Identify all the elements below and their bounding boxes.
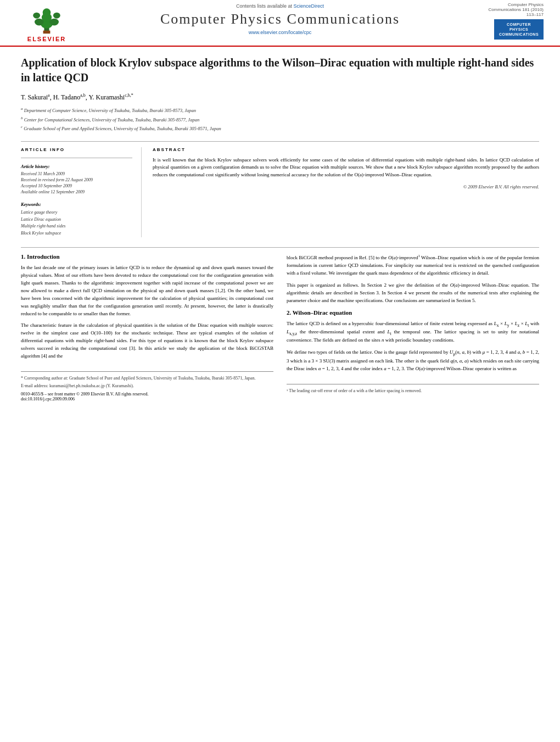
header-right: Computer Physics Communications 181 (201… [483,0,544,40]
keyword-2: Multiple right-hand sides [21,223,132,230]
cpc-logo-text: COMPUTER PHYSICSCOMMUNICATIONS [499,23,539,36]
top-divider [21,141,539,142]
col-right: block BiCGGR method proposed in Ref. [5]… [287,253,539,401]
abstract-title: ABSTRACT [153,147,539,152]
article-info: ARTICLE INFO Article history: Received 3… [21,147,142,237]
history-item-3: Available online 12 September 2009 [21,189,132,194]
affiliation-b: b Center for Computational Sciences, Uni… [21,115,539,124]
section1-para0: In the last decade one of the primary is… [21,264,273,318]
footnote-email: E-mail address: kuramasi@het.ph.tsukuba.… [21,383,273,389]
header-left: ELSEVIER [16,0,77,42]
section2-para0: The lattice QCD is defined on a hypercub… [287,320,539,345]
main-content: Application of block Krylov subspace alg… [0,47,560,412]
keyword-1: Lattice Dirac equation [21,216,132,224]
section2-heading: 2. Wilson–Dirac equation [287,309,539,316]
elsevier-text: ELSEVIER [27,36,66,42]
abstract-section: ABSTRACT It is well known that the block… [153,147,539,237]
keyword-0: Lattice gauge theory [21,209,132,216]
elsevier-tree-icon [27,4,66,35]
keywords-title: Keywords: [21,202,132,207]
sciencedirect-link[interactable]: ScienceDirect [294,3,324,9]
svg-point-5 [50,19,59,26]
section2-para1: We define two types of fields on the lat… [287,349,539,372]
keywords-list: Lattice gauge theory Lattice Dirac equat… [21,209,132,237]
svg-point-4 [35,19,44,26]
article-title: Application of block Krylov subspace alg… [21,55,539,85]
info-divider [21,158,132,158]
svg-point-3 [43,8,51,16]
elsevier-logo: ELSEVIER [16,4,77,42]
journal-issue: Computer Physics Communications 181 (201… [483,2,544,17]
section1-heading: 1. Introduction [21,253,273,260]
journal-url: www.elsevier.com/locate/cpc [88,30,472,35]
svg-point-6 [33,13,40,19]
affiliations: a Department of Computer Science, Univer… [21,106,539,132]
footnote-1: ¹ The leading cut-off error of order of … [287,388,539,394]
affiliation-c: c Graduate School of Pure and Applied Sc… [21,124,539,132]
authors: T. Sakuraia, H. Tadanoa,b, Y. Kuramashic… [21,93,539,102]
body-divider [21,247,539,248]
history-item-0: Received 31 March 2009 [21,171,132,176]
section1-right-para0: block BiCGGR method proposed in Ref. [5]… [287,253,539,277]
svg-rect-8 [43,31,51,34]
doi-line: 0010-4655/$ – see front matter © 2009 El… [21,392,273,401]
sciencedirect-line: Contents lists available at ScienceDirec… [88,3,472,9]
history-item-1: Received in revised form 22 August 2009 [21,177,132,182]
footnote-area: * Corresponding author at: Graduate Scho… [21,371,273,401]
keyword-3: Block Krylov subspace [21,230,132,237]
history-title: Article history: [21,164,132,169]
journal-title: Computer Physics Communications [88,11,472,27]
svg-point-7 [53,13,60,19]
section1-right-para1: This paper is organized as follows. In S… [287,282,539,305]
section1-para1: The characteristic feature in the calcul… [21,322,273,360]
footnote-corresponding: * Corresponding author at: Graduate Scho… [21,375,273,381]
footnote-area-right: ¹ The leading cut-off error of order of … [287,384,539,394]
abstract-text: It is well known that the block Krylov s… [153,157,539,179]
affiliation-a: a Department of Computer Science, Univer… [21,106,539,114]
page-wrapper: ELSEVIER Contents lists available at Sci… [0,0,560,742]
body-columns: 1. Introduction In the last decade one o… [21,253,539,401]
journal-header: ELSEVIER Contents lists available at Sci… [0,0,560,47]
info-abstract: ARTICLE INFO Article history: Received 3… [21,147,539,237]
article-info-title: ARTICLE INFO [21,147,132,152]
history-item-2: Accepted 10 September 2009 [21,183,132,188]
col-left: 1. Introduction In the last decade one o… [21,253,273,401]
header-center: Contents lists available at ScienceDirec… [77,0,483,38]
copyright-line: © 2009 Elsevier B.V. All rights reserved… [153,184,539,189]
cpc-logo-box: COMPUTER PHYSICSCOMMUNICATIONS [494,19,544,40]
